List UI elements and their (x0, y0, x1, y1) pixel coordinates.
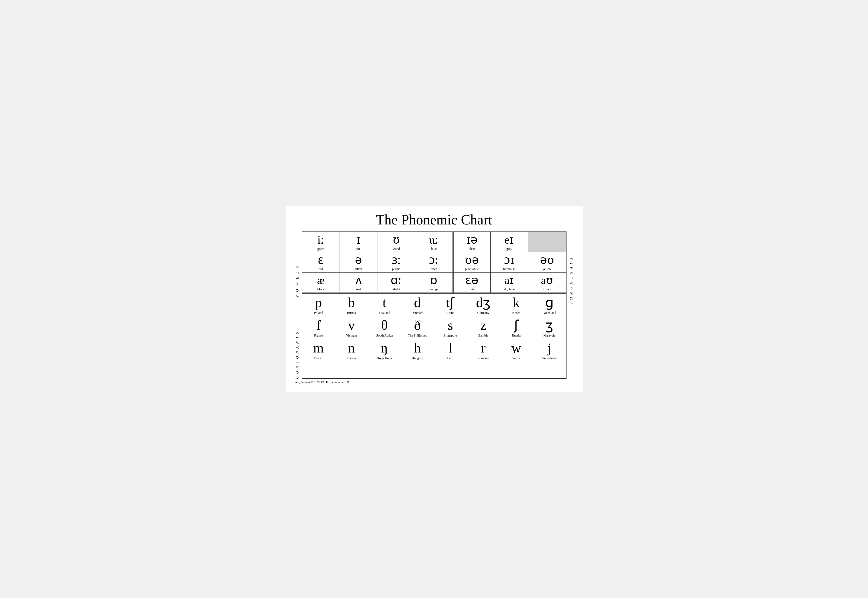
phoneme-ou: əʊ (540, 254, 554, 266)
phoneme-v: v (348, 318, 355, 333)
consonant-cell-theta: θ South Africa (368, 316, 401, 339)
label-yugoslavia: Yugoslavia (542, 356, 557, 360)
phoneme-ai: aɪ (504, 274, 514, 287)
vowel-cell-ou: əʊ yellow (528, 252, 566, 272)
consonant-cell-z: z Zambia (467, 316, 500, 339)
label-france: France (314, 333, 323, 338)
label-red: red (319, 267, 323, 271)
phoneme-oi: ɔɪ (504, 254, 514, 266)
phoneme-l: l (449, 341, 452, 356)
phoneme-z: z (480, 318, 486, 333)
vowel-row-1: iː green ɪ pink ʊ wood uː blue (302, 232, 566, 252)
consonant-cell-sh: ʃ Russia (500, 316, 533, 339)
phoneme-uu: uː (429, 234, 438, 246)
label-hungary: Hungary (412, 356, 423, 360)
label-turquoise: turquoise (503, 267, 515, 271)
consonant-cell-r: r Romania (467, 339, 500, 362)
vowel-cell-ai: aɪ sky blue (491, 272, 528, 293)
vowel-cell-uu: uː blue (415, 232, 453, 252)
phoneme-f: f (316, 318, 321, 333)
label-malaysia: Malaysia (543, 333, 555, 338)
label-purewhite: pure white (465, 267, 479, 271)
label-wales: Wales (512, 356, 520, 360)
phoneme-m: m (313, 341, 324, 356)
label-greenland: Greenland (543, 311, 556, 315)
label-fair: fair (470, 287, 474, 292)
consonant-row-1: p Poland b Burma t Thailand d Denmark (302, 294, 566, 316)
vowel-cell-ua: ʊə pure white (453, 252, 490, 272)
consonant-cell-h: h Hungary (401, 339, 434, 362)
vowel-cell-ar: ɑː khaki (377, 272, 415, 293)
phoneme-ua: ʊə (465, 254, 479, 266)
label-wood: wood (392, 247, 400, 251)
consonant-row-3: m Mexico n Norway ŋ Hong Kong h Hungary (302, 339, 566, 362)
phoneme-theta: θ (381, 318, 388, 333)
consonant-cell-n: n Norway (335, 339, 368, 362)
phoneme-k: k (513, 295, 520, 310)
phoneme-wedge: ʌ (355, 274, 362, 287)
consonant-cell-s: s Singapore (434, 316, 467, 339)
phoneme-eth: ð (414, 318, 421, 333)
phoneme-ia: ɪə (466, 234, 477, 246)
footer: Cathy Votano © NSW TAFE Commission 1993 (294, 380, 575, 384)
phoneme-3r: ɜː (391, 254, 401, 266)
consonant-cell-v: v Vietnam (335, 316, 368, 339)
vowel-cell-I: ɪ pink (340, 232, 377, 252)
label-burma: Burma (347, 311, 356, 315)
label-southafrica: South Africa (376, 333, 393, 338)
diphthongs-side-label: D I P H T H O N G S (569, 258, 573, 305)
vowel-cell-ae: æ black (302, 272, 340, 293)
label-yellow: yellow (542, 267, 551, 271)
vowel-cell-ea: ɛə fair (453, 272, 490, 293)
phoneme-j: j (548, 341, 551, 356)
phoneme-open-o-short: ɒ (430, 274, 437, 287)
label-khaki: khaki (392, 287, 400, 292)
consonant-row-2: f France v Vietnam θ South Africa ð The … (302, 316, 566, 339)
phoneme-tsh: tʃ (446, 295, 455, 310)
phonemic-chart: iː green ɪ pink ʊ wood uː blue (302, 232, 567, 379)
vowel-cell-epsilon: ɛ red (302, 252, 340, 272)
vowel-cell-open-o-short: ɒ orange (415, 272, 453, 293)
vowel-cell-au: aʊ brown (528, 272, 566, 293)
phoneme-sh: ʃ (514, 318, 519, 333)
label-blue: blue (431, 247, 437, 251)
label-orange: orange (430, 287, 438, 292)
consonant-cell-d: d Denmark (401, 294, 434, 316)
consonant-cell-w: w Wales (500, 339, 533, 362)
consonants-side-label: C O N S O N A N T S (295, 332, 299, 379)
consonant-cell-l: l Laos (434, 339, 467, 362)
label-korea: Korea (512, 311, 520, 315)
label-clear: clear (469, 247, 475, 251)
label-rust: rust (356, 287, 361, 292)
phoneme-g: ɡ (545, 295, 554, 310)
label-zambia: Zambia (479, 333, 488, 338)
vowel-row-3: æ black ʌ rust ɑː khaki ɒ orange (302, 272, 566, 293)
label-mexico: Mexico (314, 356, 324, 360)
phoneme-b: b (348, 295, 355, 310)
phoneme-d: d (414, 295, 421, 310)
phoneme-ea: ɛə (465, 274, 479, 287)
label-russia: Russia (512, 333, 521, 338)
label-philipines: The Philipines (408, 333, 427, 338)
phoneme-ae: æ (317, 274, 325, 287)
vowels-section: iː green ɪ pink ʊ wood uː blue (302, 232, 566, 294)
label-hongkong: Hong Kong (377, 356, 392, 360)
phoneme-zh: ʒ (545, 318, 553, 333)
label-denmark: Denmark (412, 311, 424, 315)
phoneme-open-o: ɔː (429, 254, 439, 266)
vowel-cell-oi: ɔɪ turquoise (491, 252, 528, 272)
phoneme-ar: ɑː (391, 274, 402, 287)
vowel-row-2: ɛ red ə silver ɜː purple ɔː fawn (302, 252, 566, 272)
label-germany: Germany (477, 311, 489, 315)
label-singapore: Singapore (444, 333, 457, 338)
label-romania: Romania (477, 356, 489, 360)
consonant-cell-f: f France (302, 316, 335, 339)
label-purple: purple (392, 267, 400, 271)
phoneme-ng: ŋ (381, 341, 388, 356)
label-silver: silver (355, 267, 362, 271)
phoneme-ei: eɪ (504, 234, 514, 246)
consonant-cell-p: p Poland (302, 294, 335, 316)
label-china: China (447, 311, 454, 315)
label-brown: brown (543, 287, 551, 292)
phoneme-au: aʊ (541, 274, 553, 287)
